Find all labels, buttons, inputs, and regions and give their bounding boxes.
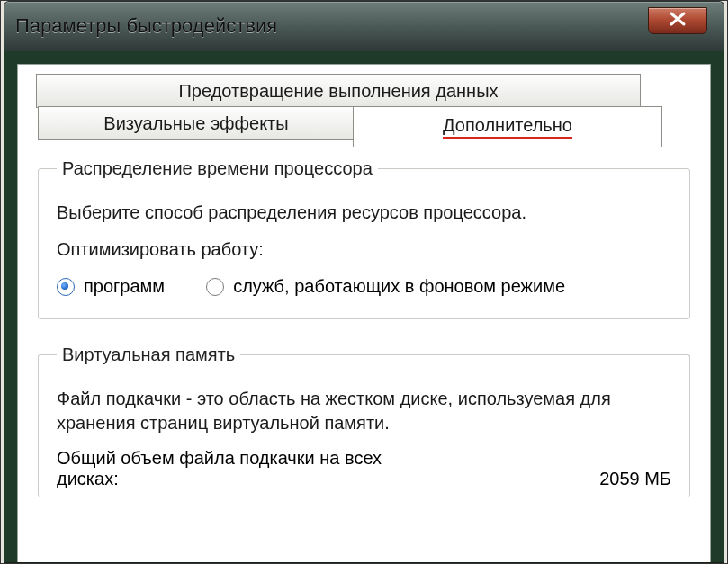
radio-services-icon (206, 278, 224, 296)
tab-advanced-label: Дополнительно (443, 115, 572, 139)
window-close-button[interactable] (648, 7, 707, 34)
tab-advanced[interactable]: Дополнительно (353, 106, 662, 147)
cpu-radio-row: программ служб, работающих в фоновом реж… (57, 276, 671, 297)
close-icon (668, 11, 688, 27)
radio-background-services[interactable]: служб, работающих в фоновом режиме (206, 276, 565, 297)
window-title: Параметры быстродействия (15, 14, 277, 38)
radio-programs[interactable]: программ (57, 276, 165, 297)
performance-options-window: Параметры быстродействия Предотвращение … (0, 0, 728, 564)
window-frame: Предотвращение выполнения данных Визуаль… (4, 51, 724, 563)
client-area: Предотвращение выполнения данных Визуаль… (17, 64, 711, 562)
virtual-memory-desc: Файл подкачки - это область на жестком д… (57, 387, 671, 435)
cpu-scheduling-legend: Распределение времени процессора (57, 158, 378, 179)
titlebar: Параметры быстродействия (4, 1, 724, 52)
pagefile-total-value: 2059 МБ (599, 469, 671, 489)
tab-dep-label: Предотвращение выполнения данных (178, 81, 498, 102)
cpu-scheduling-group: Распределение времени процессора Выберит… (38, 158, 690, 319)
virtual-memory-group: Виртуальная память Файл подкачки - это о… (38, 345, 690, 497)
tab-strip: Предотвращение выполнения данных Визуаль… (18, 65, 710, 158)
pagefile-total-label: Общий объем файла подкачки на всех диска… (57, 448, 444, 489)
pagefile-total-row: Общий объем файла подкачки на всех диска… (57, 448, 671, 489)
radio-programs-icon (57, 278, 75, 296)
radio-programs-label: программ (84, 276, 165, 297)
tab-visual-label: Визуальные эффекты (103, 113, 288, 134)
cpu-scheduling-desc: Выберите способ распределения ресурсов п… (57, 201, 671, 225)
radio-services-label: служб, работающих в фоновом режиме (233, 276, 565, 297)
tab-visual-effects[interactable]: Визуальные эффекты (38, 106, 355, 140)
advanced-page: Распределение времени процессора Выберит… (38, 158, 690, 562)
cpu-optimize-label: Оптимизировать работу: (57, 237, 671, 262)
virtual-memory-legend: Виртуальная память (57, 345, 240, 365)
tab-dep[interactable]: Предотвращение выполнения данных (36, 74, 641, 108)
